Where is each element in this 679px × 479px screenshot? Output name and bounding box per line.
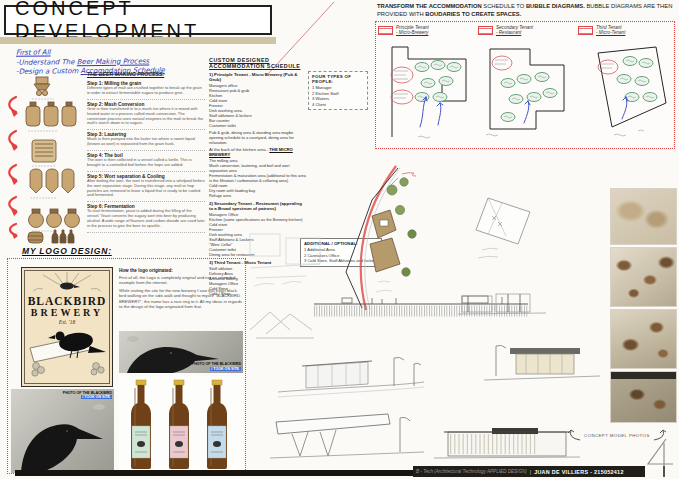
photo-caption: PHOTO OF THE BLACKBIRD I TOOK ON SITE. bbox=[63, 391, 112, 400]
blackbird-logo: BLACKBIRD BREWERY Est. '18 bbox=[21, 267, 113, 387]
beer-bottles-photo bbox=[119, 376, 243, 473]
logo-section-heading: MY LOGO DESIGN: bbox=[22, 246, 112, 256]
note-underlined: Beer Making Process bbox=[77, 57, 150, 66]
long-elevation-sketch bbox=[432, 420, 582, 466]
title-underline-bar bbox=[0, 37, 276, 44]
concept-model-photo bbox=[610, 371, 677, 423]
plan-sketch-rotated bbox=[458, 192, 542, 274]
intro-bold: TRANSFORM THE ACCOMMODATION bbox=[377, 3, 482, 9]
bubble-diagram-sketch bbox=[578, 39, 675, 145]
site-plan-sketch bbox=[332, 152, 460, 312]
four-types-title: FOUR TYPES OF PEOPLE: bbox=[312, 74, 364, 84]
list-item: 4 Client bbox=[312, 102, 364, 108]
bubble-diagram-sketch bbox=[478, 39, 575, 145]
note-line: First of All bbox=[16, 48, 51, 56]
footer-bar bbox=[15, 470, 413, 476]
list-item: Customer toilet bbox=[209, 123, 306, 128]
bubble-diagram-secondary: Secondary Tenant - Restaurant bbox=[478, 25, 575, 145]
four-types-box: FOUR TYPES OF PEOPLE: 1 Manager2 Kitchen… bbox=[308, 71, 368, 110]
beer-process-heading: THE BEER MAKING PROCESS: bbox=[87, 71, 205, 77]
bubble-diagrams-panel: Principle Tenant - Micro-Brewery bbox=[375, 21, 675, 149]
logo-story: How the logo originated: First of all, t… bbox=[119, 268, 243, 309]
red-stamp-icon bbox=[578, 26, 593, 35]
list-item: Fermentation & maturation area (addition… bbox=[209, 173, 306, 183]
red-stamp-icon bbox=[478, 26, 493, 35]
bubble-diagram-sketch bbox=[378, 39, 475, 145]
tenant-1-note: Pub & grub, dining area & standing area … bbox=[209, 130, 306, 145]
bubble-subtitle: - Micro-Brewery bbox=[396, 30, 429, 35]
intro-bold: BUBBLE DIAGRAMS. bbox=[526, 3, 585, 9]
page-number-numeral bbox=[642, 436, 678, 478]
footer-author: JUAN DE VILLIERS - 215052412 bbox=[534, 469, 624, 475]
curved-arrow-left-icon bbox=[566, 428, 582, 442]
page-title-box: CONCEPT DEVELOPMENT bbox=[4, 5, 272, 35]
building-perspective-sketch bbox=[482, 338, 604, 386]
micro-brewery-subhead: At the back of the kitchen area - THE MI… bbox=[209, 147, 306, 157]
plan-sketches bbox=[246, 228, 332, 294]
footer-credits: B - Tech (Architectural Technology APPLI… bbox=[413, 466, 645, 477]
logo-name-line2: BREWERY bbox=[31, 307, 103, 318]
brewing-equipment-icons bbox=[2, 74, 84, 244]
logo-bird-illustration bbox=[24, 326, 110, 378]
site-tree-photo bbox=[610, 188, 677, 245]
logo-panel: BLACKBIRD BREWERY Est. '18 How the logo … bbox=[7, 258, 246, 474]
photo-caption: PHOTO OF THE BLACKBIRD I TOOK ON SITE. bbox=[192, 362, 241, 371]
process-step: Step 5: Wort separation & Cooling After … bbox=[87, 172, 205, 203]
note-line: -Understand The bbox=[16, 58, 77, 67]
logo-est: Est. '18 bbox=[59, 319, 75, 325]
list-item: Refuge area bbox=[209, 193, 306, 198]
logo-top-ornament bbox=[27, 271, 107, 295]
four-types-list: 1 Manager2 Kitchen Staff3 Waiters4 Clien… bbox=[312, 85, 364, 107]
logo-story-title: How the logo originated: bbox=[119, 268, 243, 273]
model-label-text: CONCEPT MODEL PHOTOS bbox=[584, 433, 650, 438]
concept-model-photo bbox=[610, 247, 677, 307]
street-perspective-sketch bbox=[276, 352, 426, 400]
micro-brewery-list: The milling areaMash conversion, lauteri… bbox=[209, 158, 306, 198]
process-step: Step 4: The boil The wort is then collec… bbox=[87, 151, 205, 172]
concept-model-photo bbox=[610, 309, 677, 369]
accommodation-heading: CUSTOM DESIGNED ACCOMMODATION SCHEDULE bbox=[209, 57, 306, 69]
bubble-intro-text: TRANSFORM THE ACCOMMODATION SCHEDULE TO … bbox=[377, 3, 675, 18]
intro-bold: BOUDARIES TO CREATE SPACES. bbox=[425, 11, 521, 17]
list-item: Mash conversion, lautering, and boil and… bbox=[209, 163, 306, 173]
red-stamp-icon bbox=[378, 26, 393, 35]
small-elevation-sketch bbox=[456, 286, 548, 320]
process-step: Step 3: Lautering Mash is then pumped in… bbox=[87, 130, 205, 151]
beer-bottles-illustration bbox=[119, 376, 243, 473]
tenant-1-title: 1) Principle Tenant - Micro Brewery (Pub… bbox=[209, 72, 306, 82]
bubble-subtitle: - Restaurant bbox=[496, 30, 533, 35]
canopy-perspective-sketch bbox=[268, 412, 428, 464]
process-step: Step 1: Milling the grain Different type… bbox=[87, 79, 205, 100]
blackbird-photo: PHOTO OF THE BLACKBIRD I TOOK ON SITE. bbox=[11, 389, 114, 473]
blackbird-silhouette bbox=[11, 389, 114, 473]
equipment-illustrations bbox=[26, 77, 80, 243]
logo-story-p1: First of all, the Logo is completely ori… bbox=[119, 275, 243, 286]
intro-text: SCHEDULE TO bbox=[482, 3, 526, 9]
bubble-subtitle: - Micro-Tenant bbox=[596, 30, 625, 35]
poster: CONCEPT DEVELOPMENT First of All -Unders… bbox=[0, 0, 679, 479]
beer-process-column: THE BEER MAKING PROCESS: Step 1: Milling… bbox=[87, 71, 205, 233]
bubble-diagram-third: Third Tenant - Micro-Tenant bbox=[578, 25, 675, 145]
arrow-head bbox=[11, 110, 18, 239]
tenant-2-title: 2) Secondary Tenant - Restaurant (appeal… bbox=[209, 201, 306, 211]
process-step: Step 2: Mash Conversion Grist is then tr… bbox=[87, 100, 205, 131]
footer-separator: | bbox=[530, 469, 531, 475]
logo-story-p2: While visiting the site for the new brew… bbox=[119, 288, 243, 310]
process-step: Step 6: Fermentation To start fermentati… bbox=[87, 202, 205, 233]
bubble-diagram-principle: Principle Tenant - Micro-Brewery bbox=[378, 25, 475, 145]
footer-program: B - Tech (Architectural Technology APPLI… bbox=[416, 469, 527, 474]
tenant-1-list: Managers officeRestaurant pub & grubKitc… bbox=[209, 83, 306, 128]
blackbird-photo: PHOTO OF THE BLACKBIRD I TOOK ON SITE. bbox=[119, 331, 243, 373]
logo-name-line1: BLACKBIRD bbox=[28, 295, 107, 307]
